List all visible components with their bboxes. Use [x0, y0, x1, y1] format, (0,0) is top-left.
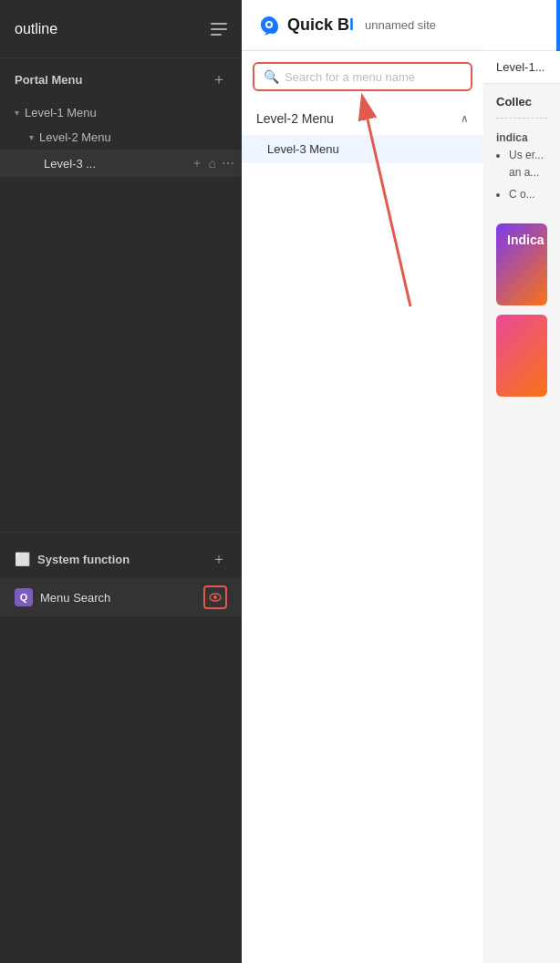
- level3-menu-label: Level-3 ...: [44, 157, 96, 171]
- indicator-bullet-2: C o...: [509, 186, 547, 203]
- search-icon: 🔍: [264, 69, 279, 84]
- card-gradient-2: [496, 315, 547, 397]
- caret-down-icon-2: ▾: [29, 132, 34, 142]
- system-function-add-icon[interactable]: ＋: [211, 551, 227, 567]
- menu-search-label: Menu Search: [40, 591, 110, 605]
- nav-panel: 🔍 Search for a menu name Level-2 Menu ∧ …: [242, 51, 483, 963]
- portal-menu-label: Portal Menu: [15, 73, 82, 87]
- svg-point-4: [267, 23, 271, 26]
- caret-up-icon: ∧: [461, 112, 469, 125]
- sidebar: outline Portal Menu ＋ ▾ Level-1 Menu ▾ L…: [0, 0, 242, 963]
- card-gradient-1: Indica: [496, 223, 547, 305]
- portal-menu-header: Portal Menu ＋: [0, 58, 242, 100]
- colec-label: Collec: [483, 84, 560, 114]
- eye-button[interactable]: [203, 585, 227, 609]
- quickbi-logo-icon: [256, 13, 282, 38]
- eye-icon: [209, 593, 222, 602]
- site-name: unnamed site: [365, 18, 436, 32]
- level1-tab: Level-1...: [483, 51, 560, 84]
- main-content: Quick BI unnamed site 🔍 Search for a men…: [242, 0, 560, 963]
- menu-search-left: Q Menu Search: [15, 588, 110, 606]
- level1-menu-label: Level-1 Menu: [25, 106, 97, 119]
- menu-item-level3[interactable]: Level-3 ... ＋ ⌂ ⋯: [0, 150, 242, 177]
- system-function-header: ⬜ System function ＋: [0, 540, 242, 578]
- indicator-info: indica Us er... an a... C o...: [483, 122, 560, 214]
- search-placeholder: Search for a menu name: [285, 70, 415, 84]
- sidebar-title: outline: [15, 21, 57, 37]
- add-child-icon[interactable]: ＋: [191, 155, 203, 171]
- logo-text: Quick BI: [287, 16, 354, 35]
- hamburger-icon[interactable]: [211, 23, 227, 36]
- level2-menu-label: Level-2 Menu: [39, 130, 111, 144]
- divider: [0, 532, 242, 533]
- system-function-label: System function: [37, 553, 130, 566]
- sidebar-header: outline: [0, 0, 242, 58]
- nav-level3-row[interactable]: Level-3 Menu: [242, 135, 483, 163]
- system-function-left: ⬜ System function: [15, 552, 130, 566]
- portal-menu-add-icon[interactable]: ＋: [211, 71, 227, 88]
- monitor-icon: ⬜: [15, 552, 30, 566]
- nav-level2-label: Level-2 Menu: [256, 111, 334, 126]
- app-header: Quick BI unnamed site: [242, 0, 560, 51]
- blue-bar: [556, 0, 560, 51]
- dotted-divider: [496, 118, 547, 119]
- home-icon[interactable]: ⌂: [209, 156, 216, 171]
- more-icon[interactable]: ⋯: [222, 156, 234, 171]
- right-panel: Level-1... Collec indica Us er... an a..…: [483, 51, 560, 963]
- menu-search-item[interactable]: Q Menu Search: [0, 578, 242, 616]
- indicator-label: indica: [496, 131, 528, 144]
- menu-tree: ▾ Level-1 Menu ▾ Level-2 Menu Level-3 ..…: [0, 100, 242, 313]
- nav-level3-label: Level-3 Menu: [267, 142, 339, 156]
- indicator-bullet-1: Us er... an a...: [509, 147, 547, 181]
- level3-actions: ＋ ⌂ ⋯: [191, 155, 234, 171]
- caret-down-icon: ▾: [15, 108, 19, 118]
- search-box[interactable]: 🔍 Search for a menu name: [253, 62, 472, 91]
- menu-search-q-icon: Q: [15, 588, 33, 606]
- nav-level2-row[interactable]: Level-2 Menu ∧: [242, 102, 483, 135]
- menu-item-level1[interactable]: ▾ Level-1 Menu: [0, 100, 242, 125]
- quickbi-logo: Quick BI: [256, 13, 354, 38]
- svg-point-1: [213, 595, 217, 599]
- card1-title: Indica: [507, 233, 544, 247]
- menu-item-level2[interactable]: ▾ Level-2 Menu: [0, 125, 242, 150]
